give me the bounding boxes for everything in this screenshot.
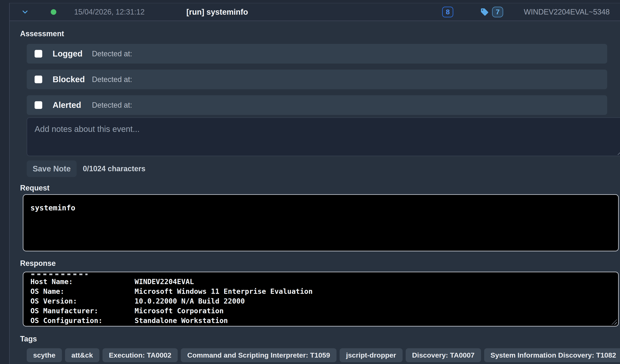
detected-at-label: Detected at:	[92, 75, 132, 84]
tags-count-badge[interactable]: 7	[492, 7, 503, 17]
event-detail-panel: Assessment Logged Detected at: Blocked D…	[10, 21, 620, 362]
assessment-rows: Logged Detected at: Blocked Detected at:…	[27, 44, 620, 115]
tag-chip[interactable]: jscript-dropper	[340, 348, 403, 362]
detected-at-label: Detected at:	[92, 49, 132, 58]
tag-chip[interactable]: System Information Discovery: T1082	[484, 348, 620, 362]
response-line: Host Name: WINDEV2204EVAL	[31, 277, 611, 287]
response-code-box[interactable]: Host Name: WINDEV2204EVAL OS Name: Micro…	[23, 272, 619, 327]
assessment-row-label: Logged	[53, 49, 92, 58]
request-section-label: Request	[20, 184, 620, 192]
tag-chip-list: scythe att&ck Execution: TA0002 Command …	[27, 348, 620, 362]
tag-icon	[480, 8, 489, 16]
assessment-row-label: Blocked	[53, 75, 92, 84]
response-line-value: 10.0.22000 N/A Build 22000	[135, 296, 245, 306]
assessment-row: Logged Detected at:	[27, 44, 607, 63]
notes-field-wrap	[27, 117, 620, 156]
events-count-badge[interactable]: 8	[442, 7, 453, 17]
event-header: 15/04/2026, 12:31:12 [run] systeminfo 8 …	[10, 3, 620, 21]
tag-chip[interactable]: Command and Scripting Interpreter: T1059	[181, 348, 337, 362]
tag-chip[interactable]: Execution: TA0002	[103, 348, 178, 362]
response-line-value: Microsoft Corporation	[135, 306, 224, 316]
notes-input[interactable]	[27, 117, 620, 156]
response-line: OS Manufacturer: Microsoft Corporation	[31, 306, 611, 316]
status-dot-icon	[51, 9, 56, 15]
assessment-checkbox[interactable]	[35, 101, 42, 109]
tag-chip[interactable]: att&ck	[65, 348, 99, 362]
event-timestamp: 15/04/2026, 12:31:12	[74, 8, 144, 16]
assessment-row: Blocked Detected at:	[27, 70, 607, 89]
detected-at-label: Detected at:	[92, 101, 132, 109]
response-line-key: Host Name:	[31, 277, 135, 287]
tags-section-label: Tags	[20, 335, 620, 343]
response-line-value: Standalone Workstation	[135, 316, 228, 325]
assessment-checkbox[interactable]	[35, 76, 42, 83]
assessment-checkbox[interactable]	[35, 50, 42, 58]
clipped-text-line	[31, 273, 88, 275]
response-line-key: OS Manufacturer:	[31, 306, 135, 316]
assessment-row-label: Alerted	[53, 100, 92, 110]
response-line-key: OS Version:	[31, 296, 135, 306]
response-line-key: OS Configuration:	[31, 316, 135, 325]
assessment-row: Alerted Detected at:	[27, 95, 607, 115]
tag-chip[interactable]: Discovery: TA0007	[406, 348, 481, 362]
header-right-group: 8 7 WINDEV2204EVAL~5348	[442, 7, 610, 17]
response-line: OS Version: 10.0.22000 N/A Build 22000	[31, 296, 611, 306]
assessment-section-label: Assessment	[20, 21, 620, 37]
response-line: OS Configuration: Standalone Workstation	[31, 316, 611, 325]
response-line: OS Name: Microsoft Windows 11 Enterprise…	[31, 287, 611, 296]
response-line-key: OS Name:	[31, 287, 135, 296]
tag-chip[interactable]: scythe	[27, 348, 62, 362]
chevron-down-icon[interactable]	[20, 7, 30, 16]
char-counter: 0/1024 characters	[83, 164, 145, 173]
response-section-label: Response	[20, 260, 620, 267]
hostname-label: WINDEV2204EVAL~5348	[524, 8, 610, 16]
response-line-value: WINDEV2204EVAL	[135, 277, 194, 287]
response-line-value: Microsoft Windows 11 Enterprise Evaluati…	[135, 287, 313, 296]
save-note-row: Save Note 0/1024 characters	[27, 160, 620, 177]
response-resize-grip[interactable]	[611, 319, 617, 325]
request-content: systeminfo	[31, 204, 611, 212]
event-title: [run] systeminfo	[186, 7, 248, 16]
event-card: 15/04/2026, 12:31:12 [run] systeminfo 8 …	[9, 3, 620, 364]
save-note-button[interactable]: Save Note	[27, 160, 77, 177]
request-code-box[interactable]: systeminfo	[23, 194, 619, 251]
